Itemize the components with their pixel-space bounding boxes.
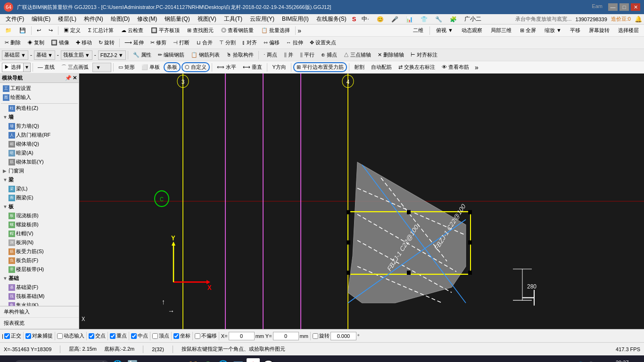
merge-btn[interactable]: ⊔ 合并: [194, 38, 215, 47]
sidebar-item-drawing-input[interactable]: 图 绘图输入: [1, 93, 78, 102]
screen-rotate-btn[interactable]: 屏幕旋转: [586, 26, 613, 35]
vertical-btn[interactable]: ⟷ 垂直: [240, 63, 265, 72]
sidebar-item-slab-rebar[interactable]: 筋 板受力筋(S): [7, 247, 78, 256]
taskbar-app-msg[interactable]: 💬: [262, 358, 275, 362]
menu-edit[interactable]: 编辑(E): [28, 14, 54, 24]
taskbar-app-edge[interactable]: e: [141, 358, 154, 362]
canvas-area[interactable]: 3 4 C: [79, 74, 644, 329]
single-component-btn[interactable]: 单构件输入: [0, 306, 79, 318]
more-arrow2[interactable]: »: [475, 64, 479, 71]
taskbar-app-network[interactable]: 🌐: [111, 358, 124, 362]
midpoint-checkbox[interactable]: [110, 333, 116, 339]
cross-checkbox[interactable]: [89, 333, 94, 339]
select-combo[interactable]: ▶ 选择 ▼: [2, 63, 31, 72]
sidebar-item-foundation[interactable]: ▼ 基础: [1, 274, 78, 283]
horizontal-btn[interactable]: ⟺ 水平: [214, 63, 239, 72]
break-btn[interactable]: ⊣ 打断: [170, 38, 192, 47]
menu-zhong[interactable]: 中·: [358, 14, 372, 24]
y-input[interactable]: [273, 332, 299, 340]
menu-view[interactable]: 视图(V): [194, 14, 220, 24]
menu-shirt[interactable]: 👕: [417, 15, 431, 24]
sidebar-item-wall[interactable]: ▼ 墙: [1, 113, 78, 122]
rebar-main-selector[interactable]: 筏板主筋 ▼: [61, 50, 92, 60]
align-top-btn[interactable]: 🔲 平齐板顶: [148, 26, 183, 35]
property-btn[interactable]: 🔧 属性: [130, 50, 154, 59]
sidebar-item-ring-beam[interactable]: 圈 圈梁(E): [7, 193, 78, 202]
grip-btn[interactable]: ✥ 设置夹点: [307, 38, 339, 47]
batch-select-btn[interactable]: 📋 批量选择: [258, 26, 293, 35]
menu-bim[interactable]: BIM应用(I): [278, 14, 313, 24]
arc-btn[interactable]: ⌒ 三点画弧: [58, 63, 91, 72]
trim-btn[interactable]: ✂ 修剪: [148, 38, 169, 47]
coord-checkbox[interactable]: [173, 333, 179, 339]
fullscreen-btn[interactable]: ⊞ 全屏: [517, 26, 539, 35]
copy-btn[interactable]: ◈ 复制: [25, 38, 47, 47]
menu-rebar-qty[interactable]: 钢筋量(Q): [161, 14, 193, 24]
taskbar-search-input[interactable]: [15, 360, 109, 362]
menu-tools[interactable]: 工具(T): [220, 14, 246, 24]
cloud-check-btn[interactable]: ☁ 云检查: [118, 26, 147, 35]
zoom-btn[interactable]: 缩放 ▼: [541, 26, 565, 35]
menu-modify[interactable]: 修改(M): [133, 14, 161, 24]
sidebar-item-floor-band[interactable]: 带 楼层板带(H): [7, 265, 78, 274]
dynamic-input-checkbox[interactable]: [57, 333, 63, 339]
minimize-button[interactable]: —: [608, 3, 618, 11]
menu-assistant[interactable]: 广小二: [461, 14, 485, 24]
select-arrow-btn[interactable]: ▼: [24, 63, 31, 72]
parallel-btn[interactable]: ‖ 并: [281, 50, 296, 59]
taskbar-app-ie2[interactable]: e: [171, 358, 184, 362]
parallel2-btn[interactable]: ∥ 平行: [297, 50, 317, 59]
snap-checkbox[interactable]: [25, 333, 31, 339]
taskbar-app-folder[interactable]: 📁: [186, 358, 199, 362]
split-btn[interactable]: ⊤ 分割: [216, 38, 239, 47]
two-point-btn[interactable]: ⋅ 两点: [261, 50, 280, 59]
dynamic-view-btn[interactable]: 动态观察: [458, 26, 486, 35]
layer-selector[interactable]: 基础层 ▼: [2, 50, 28, 60]
menu-smile[interactable]: 😊: [373, 15, 388, 24]
delete-btn[interactable]: ✂ 删除: [2, 38, 24, 47]
rebar-list-btn[interactable]: 📋 钢筋列表: [188, 50, 223, 59]
rotate-btn[interactable]: ↻ 旋转: [96, 38, 117, 47]
sidebar-item-civil-def-wall[interactable]: 人 人防门框墙(RF: [7, 131, 78, 140]
sidebar-item-slab-hole[interactable]: 洞 板洞(N): [7, 238, 78, 247]
y-direction-btn[interactable]: Y方向: [269, 63, 289, 72]
component-selector[interactable]: FBZJ-2 ▼: [98, 50, 126, 60]
select-floor-btn[interactable]: 选择楼层: [615, 26, 642, 35]
redo-btn[interactable]: ↪: [45, 26, 56, 34]
close-button[interactable]: ✕: [631, 3, 640, 11]
draw-shape-selector[interactable]: ▼: [92, 63, 111, 72]
sidebar-pin-icon[interactable]: 📌: [65, 75, 72, 81]
edit-rebar-btn[interactable]: ✏ 编辑钢筋: [155, 50, 187, 59]
sidebar-item-door-window[interactable]: ▶ 门窗洞: [1, 166, 78, 175]
extend-btn[interactable]: ⟶ 延伸: [122, 38, 147, 47]
rect-btn[interactable]: ▭ 矩形: [116, 63, 138, 72]
sidebar-item-raft-found[interactable]: 筏 筏板基础(M): [7, 292, 78, 301]
sidebar-item-found-beam[interactable]: 基 基础梁(F): [7, 283, 78, 292]
sidebar-item-engineering[interactable]: 工 工程设置: [1, 84, 78, 93]
custom-btn[interactable]: ⬡ 自定义: [182, 62, 210, 72]
parallel-edge-btn[interactable]: ⊞ 平行边布置受力筋: [293, 62, 347, 72]
calc-btn[interactable]: Σ 汇总计算: [85, 26, 117, 35]
mirror-btn[interactable]: 🔲 镜像: [48, 38, 72, 47]
view-rebar-btn[interactable]: ◎ 查看钢筋量: [218, 26, 257, 35]
sidebar-item-masonry-rebar[interactable]: 筋 砌体加筋(Y): [7, 157, 78, 166]
align-mark-btn[interactable]: ⊢ 对齐标注: [408, 50, 440, 59]
del-axis-btn[interactable]: ✕ 删除辅轴: [375, 50, 407, 59]
menu-mic[interactable]: 🎤: [388, 15, 402, 24]
sidebar-item-cast-slab[interactable]: 板 现浇板(B): [7, 211, 78, 220]
menu-chart[interactable]: 📊: [402, 15, 417, 24]
sidebar-close-btn[interactable]: ✕: [73, 75, 77, 81]
menu-online[interactable]: 在线服务(S): [313, 14, 350, 24]
pick-component-btn[interactable]: 🖱 拾取构件: [223, 50, 256, 59]
line-btn[interactable]: — 直线: [35, 63, 58, 72]
sidebar-item-masonry-wall[interactable]: 砌 砌体墙(Q): [7, 140, 78, 148]
menu-file[interactable]: 文件(F): [2, 14, 28, 24]
sidebar-item-spiral-slab[interactable]: 螺 螺旋板(B): [7, 220, 78, 229]
sidebar-item-shear-wall[interactable]: 墙 剪力墙(Q): [7, 122, 78, 131]
sidebar-item-hidden-beam[interactable]: 暗 暗梁(A): [7, 148, 78, 157]
menu-component[interactable]: 构件(N): [80, 14, 107, 24]
select-main-btn[interactable]: ▶ 选择: [2, 63, 24, 72]
taskbar-app-ie[interactable]: ɛ: [156, 358, 169, 362]
no-offset-checkbox[interactable]: [195, 333, 200, 339]
sidebar-item-beam[interactable]: ▼ 梁: [1, 175, 78, 184]
